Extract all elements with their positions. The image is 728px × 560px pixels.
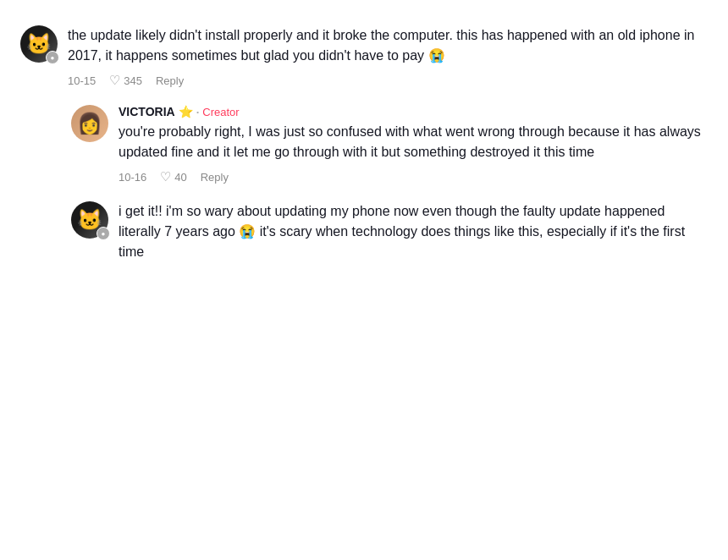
- comment-date: 10-16: [119, 171, 146, 184]
- avatar-wrapper: 🐱 ●: [20, 25, 58, 63]
- comment-body: i get it!! i'm so wary about updating my…: [119, 201, 708, 262]
- avatar-wrapper: 👩: [71, 105, 108, 142]
- reply-button[interactable]: Reply: [156, 74, 184, 87]
- avatar: 👩: [71, 105, 108, 142]
- comment-thread: 🐱 ● the update likely didn't install pro…: [20, 17, 708, 271]
- comment-meta: 10-15 ♡ 345 Reply: [68, 73, 708, 88]
- like-button[interactable]: ♡ 40: [160, 169, 186, 184]
- creator-badge: Creator: [202, 106, 239, 118]
- like-count: 345: [124, 74, 142, 87]
- heart-icon: ♡: [160, 169, 171, 184]
- like-button[interactable]: ♡ 345: [109, 73, 142, 88]
- comment-item-reply: 👩 VICTORIA⭐·Creator you're probably righ…: [71, 96, 708, 193]
- comment-meta: 10-16 ♡ 40 Reply: [119, 169, 708, 184]
- comment-text: i get it!! i'm so wary about updating my…: [119, 201, 708, 262]
- username-text: VICTORIA: [119, 105, 175, 118]
- comment-item-reply-2: 🐱 ● i get it!! i'm so wary about updatin…: [71, 193, 708, 271]
- comment-text: you're probably right, I was just so con…: [119, 122, 708, 162]
- verified-badge: ●: [46, 51, 59, 64]
- comment-date: 10-15: [68, 74, 96, 87]
- comment-text: the update likely didn't install properl…: [68, 25, 708, 66]
- reply-button[interactable]: Reply: [201, 171, 229, 184]
- comment-item: 🐱 ● the update likely didn't install pro…: [20, 17, 708, 96]
- avatar-wrapper: 🐱 ●: [71, 201, 108, 239]
- like-count: 40: [174, 171, 186, 184]
- comment-username: VICTORIA⭐·Creator: [119, 105, 708, 118]
- comment-body: the update likely didn't install properl…: [68, 25, 708, 88]
- star-icon: ⭐: [179, 105, 193, 118]
- verified-badge: ●: [97, 227, 110, 240]
- comment-body: VICTORIA⭐·Creator you're probably right,…: [119, 105, 708, 184]
- heart-icon: ♡: [109, 73, 120, 88]
